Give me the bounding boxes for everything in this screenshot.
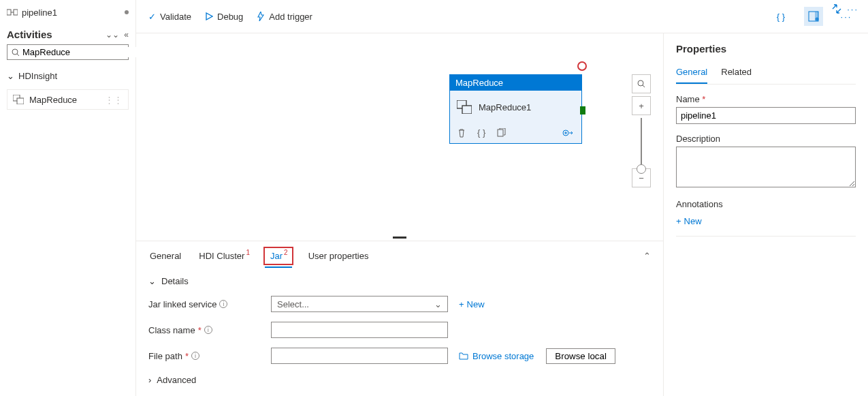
debug-label: Debug — [217, 12, 243, 22]
new-label: New — [467, 299, 485, 309]
check-icon: ✓ — [148, 12, 156, 22]
info-icon[interactable]: i — [191, 352, 199, 360]
activity-item-label: MapReduce — [29, 95, 77, 105]
mapreduce-icon — [457, 100, 472, 114]
tab-user-properties[interactable]: User properties — [307, 247, 370, 265]
advanced-section[interactable]: › Advanced — [148, 375, 651, 385]
svg-line-4 — [17, 54, 19, 56]
activities-panel: pipeline1 Activities ⌄⌄ « ⌄ HDInsight Ma… — [0, 0, 136, 396]
code-view-icon[interactable]: { } — [771, 7, 790, 26]
plus-icon: + — [459, 299, 464, 309]
zoom-search-icon[interactable] — [632, 74, 651, 93]
main-area: ··· ✓ Validate Debug Add trigger { } — [136, 0, 868, 396]
pipeline-icon — [7, 7, 18, 18]
details-section[interactable]: ⌄ Details — [148, 276, 651, 286]
jar-linked-service-select[interactable]: Select... ⌄ — [271, 296, 448, 312]
pipeline-name: pipeline1 — [22, 7, 57, 18]
toolbar: ✓ Validate Debug Add trigger { } ··· — [136, 0, 868, 33]
properties-title: Properties — [676, 43, 856, 55]
folder-icon — [459, 352, 468, 360]
activities-search-input[interactable] — [22, 47, 137, 57]
delete-icon[interactable] — [457, 128, 466, 138]
node-error-icon — [577, 61, 587, 71]
tab-jar[interactable]: Jar2 — [265, 248, 292, 264]
more-menu-icon[interactable]: ··· — [847, 4, 858, 14]
browse-local-button[interactable]: Browse local — [546, 348, 615, 364]
chevron-right-icon: › — [148, 375, 151, 385]
node-success-handle[interactable] — [580, 106, 585, 115]
expand-collapse-icon[interactable]: ⌄⌄ — [106, 30, 119, 40]
description-label: Description — [676, 134, 856, 144]
zoom-slider[interactable] — [641, 118, 642, 166]
browse-storage-label: Browse storage — [472, 351, 534, 361]
zoom-rail: + − — [632, 74, 651, 190]
add-trigger-button[interactable]: Add trigger — [257, 12, 312, 22]
node-type-label: MapReduce — [450, 75, 581, 91]
jar-linked-service-label: Jar linked service — [148, 299, 216, 309]
activities-search[interactable] — [7, 44, 129, 60]
select-placeholder: Select... — [277, 299, 309, 309]
zoom-in-button[interactable]: + — [632, 96, 651, 115]
tab-jar-label: Jar — [270, 251, 283, 261]
name-label: Name — [676, 94, 700, 104]
activity-group-label: HDInsight — [18, 71, 57, 81]
new-annotation-button[interactable]: + New — [676, 216, 702, 226]
class-name-input[interactable] — [271, 322, 448, 338]
activity-group-hdinsight[interactable]: ⌄ HDInsight — [7, 67, 129, 85]
tab-jar-badge: 2 — [284, 249, 288, 256]
validate-button[interactable]: ✓ Validate — [148, 12, 191, 22]
properties-panel: Properties General Related Name * Descri… — [664, 33, 868, 396]
svg-point-20 — [638, 80, 643, 86]
tab-hdi-cluster[interactable]: HDI Cluster1 — [197, 247, 250, 265]
required-asterisk: * — [702, 94, 705, 104]
copy-icon[interactable] — [496, 128, 506, 138]
drag-handle-icon[interactable]: ⋮⋮ — [105, 95, 123, 105]
svg-marker-8 — [258, 12, 263, 21]
svg-rect-16 — [498, 130, 503, 136]
play-icon — [205, 12, 213, 20]
svg-line-21 — [643, 85, 645, 87]
props-tab-general[interactable]: General — [676, 64, 707, 84]
zoom-thumb[interactable] — [637, 164, 646, 174]
required-asterisk: * — [185, 351, 189, 361]
props-tab-related[interactable]: Related — [721, 64, 752, 84]
advanced-label: Advanced — [157, 375, 196, 385]
properties-toggle-icon[interactable] — [804, 7, 823, 26]
node-name-label: MapReduce1 — [479, 102, 531, 112]
svg-rect-15 — [462, 106, 472, 114]
bolt-icon — [257, 12, 265, 21]
chevron-down-icon: ⌄ — [434, 299, 442, 309]
canvas[interactable]: MapReduce MapReduce1 { } — [136, 33, 664, 396]
pipeline-description-input[interactable] — [676, 147, 856, 187]
expand-node-icon[interactable] — [562, 129, 575, 137]
expand-window-icon[interactable] — [832, 4, 841, 14]
debug-button[interactable]: Debug — [205, 12, 243, 22]
info-icon[interactable]: i — [204, 326, 212, 334]
required-asterisk: * — [198, 325, 202, 335]
tab-hdi-badge: 1 — [246, 249, 250, 256]
activity-node-mapreduce[interactable]: MapReduce MapReduce1 { } — [449, 74, 582, 144]
svg-marker-7 — [206, 13, 212, 20]
chevron-down-icon: ⌄ — [7, 71, 14, 81]
sidebar-collapse-icon[interactable]: « — [124, 30, 129, 40]
new-annotation-label: New — [684, 216, 702, 226]
activity-item-mapreduce[interactable]: MapReduce ⋮⋮ — [7, 89, 129, 110]
tab-general[interactable]: General — [148, 247, 182, 265]
file-path-input[interactable] — [271, 348, 448, 364]
svg-rect-0 — [7, 10, 11, 15]
class-name-label: Class name — [148, 325, 195, 335]
validate-label: Validate — [160, 12, 191, 22]
activities-title: Activities — [7, 29, 52, 40]
info-icon[interactable]: i — [219, 300, 227, 308]
pipeline-tab[interactable]: pipeline1 — [7, 4, 129, 23]
pipeline-name-input[interactable] — [676, 107, 856, 124]
unsaved-dot-icon — [125, 10, 129, 14]
search-icon — [12, 48, 20, 57]
code-icon[interactable]: { } — [477, 127, 485, 138]
svg-point-3 — [12, 49, 18, 55]
tab-hdi-label: HDI Cluster — [199, 251, 244, 261]
browse-storage-button[interactable]: Browse storage — [459, 351, 534, 361]
chevron-down-icon: ⌄ — [148, 276, 156, 286]
collapse-pane-icon[interactable]: ⌃ — [643, 251, 651, 261]
new-linked-service-button[interactable]: + New — [459, 299, 485, 309]
